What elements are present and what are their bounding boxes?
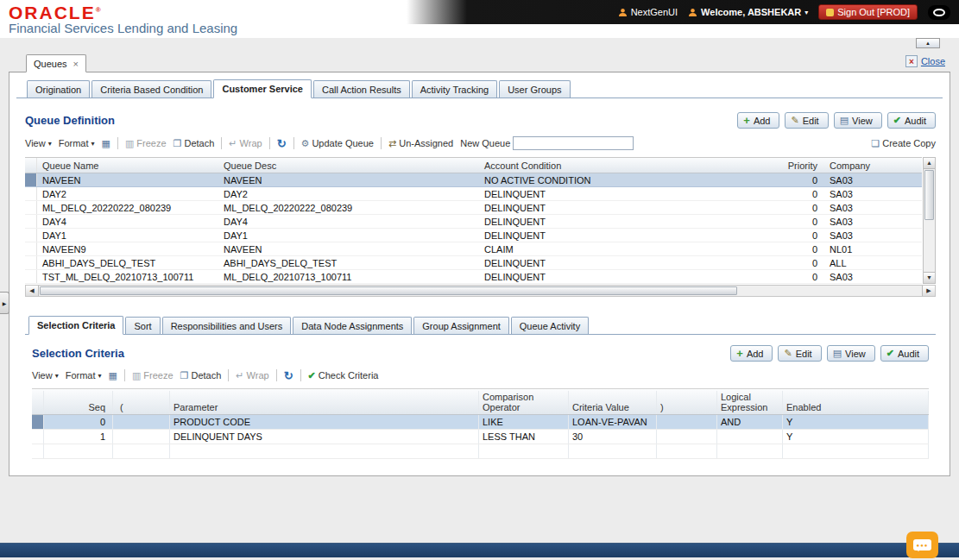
criteria-detach-button[interactable]: ❐Detach [180,370,222,381]
criteria-freeze-button[interactable]: ▥Freeze [132,370,174,381]
table-row[interactable]: ML_DELQ_20220222_080239 ML_DELQ_20220222… [25,201,922,215]
scroll-right-icon[interactable]: ▶ [922,286,935,296]
criteria-format-menu[interactable]: Format▾ [66,370,102,381]
criteria-add-button[interactable]: +Add [730,345,773,362]
tab-user-groups[interactable]: User Groups [499,80,570,98]
cell-company: SA03 [823,272,922,282]
sign-out-button[interactable]: Sign Out [PROD] [818,4,918,20]
column-header-enabled[interactable]: Enabled [783,391,929,414]
table-row[interactable]: 0 PRODUCT CODE LIKE LOAN-VE-PAVAN AND Y [32,415,929,430]
tab-criteria-based-condition[interactable]: Criteria Based Condition [91,80,211,98]
table-row[interactable]: NAVEEN NAVEEN NO ACTIVE CONDITION 0 SA03 [25,173,922,187]
scroll-up-icon[interactable]: ▲ [924,158,935,169]
close-link[interactable]: Close [921,56,945,66]
table-row[interactable]: NAVEEN9 NAVEEN CLAIM 0 NL01 [25,242,922,256]
queue-definition-title: Queue Definition [25,114,115,127]
subtab-data-node-assignments[interactable]: Data Node Assignments [293,317,412,334]
doc-tab-queues[interactable]: Queues × [26,54,86,72]
new-queue-input[interactable] [513,136,634,150]
detach-button[interactable]: ❐Detach [174,138,215,148]
vertical-scrollbar[interactable]: ▲ ▼ [923,157,936,284]
query-by-example-icon[interactable]: ▦ [102,139,110,148]
queue-definition-actions: +Add ✎Edit ▤View ✔Audit [737,112,936,129]
criteria-edit-button[interactable]: ✎Edit [778,345,821,362]
add-button[interactable]: +Add [737,112,779,129]
view-button[interactable]: ▤View [834,112,882,129]
nextgenui-link[interactable]: NextGenUI [618,7,678,17]
refresh-icon[interactable]: ↻ [284,370,293,381]
criteria-view-button[interactable]: ▤View [827,345,875,362]
view-icon: ▤ [833,349,842,358]
column-header-comparison-operator[interactable]: Comparison Operator [479,391,569,414]
doc-tab-close-icon[interactable]: × [73,60,79,68]
criteria-view-menu[interactable]: View▾ [32,370,59,381]
table-row[interactable]: 1 DELINQUENT DAYS LESS THAN 30 Y [32,430,929,444]
subtab-sort[interactable]: Sort [125,317,160,334]
tab-origination[interactable]: Origination [27,80,90,98]
wrap-button[interactable]: ↵Wrap [229,138,262,148]
horizontal-scrollbar[interactable]: ◀ ▶ [25,285,936,297]
row-selector[interactable] [25,270,37,283]
unassigned-button[interactable]: ⇄Un-Assigned [388,138,453,148]
subtab-group-assignment[interactable]: Group Assignment [413,317,509,334]
refresh-icon[interactable]: ↻ [277,138,287,149]
row-selector[interactable] [32,430,44,444]
check-criteria-button[interactable]: ✔Check Criteria [308,370,379,381]
criteria-wrap-button[interactable]: ↵Wrap [236,370,268,381]
row-selector[interactable] [25,201,37,214]
row-selector[interactable] [25,229,37,242]
table-row[interactable]: DAY4 DAY4 DELINQUENT 0 SA03 [25,215,922,229]
column-header-account-condition[interactable]: Account Condition [483,160,748,171]
column-header-queue-desc[interactable]: Queue Desc [222,160,483,171]
table-row[interactable]: DAY2 DAY2 DELINQUENT 0 SA03 [25,187,922,201]
format-menu[interactable]: Format▾ [59,138,95,148]
horizontal-scroll-thumb[interactable] [40,286,737,295]
column-header-parameter[interactable]: Parameter [170,391,479,414]
cell-enabled: Y [783,430,929,444]
table-row[interactable]: DAY1 DAY1 DELINQUENT 0 SA03 [25,229,922,242]
column-header-company[interactable]: Company [823,160,922,171]
collapse-panel-button[interactable]: ▲ [916,38,940,48]
vertical-scroll-thumb[interactable] [924,170,934,220]
scroll-left-icon[interactable]: ◀ [26,286,39,296]
edit-button[interactable]: ✎Edit [785,112,828,129]
session-toggle-icon[interactable] [928,5,950,20]
vertical-scroll-track[interactable] [924,169,935,272]
horizontal-scroll-track[interactable] [39,286,922,296]
column-header-open-paren[interactable]: ( [113,391,170,414]
column-header-queue-name[interactable]: Queue Name [37,160,222,171]
row-selector[interactable] [25,215,37,228]
column-header-seq[interactable]: Seq [44,391,113,414]
tab-customer-service[interactable]: Customer Service [213,79,312,98]
chat-button[interactable]: ●●● [906,532,938,558]
row-selector[interactable] [25,173,37,186]
format-menu-label: Format [66,370,96,381]
row-selector[interactable] [25,256,37,269]
row-selector[interactable] [25,187,37,200]
table-row[interactable]: TST_ML_DELQ_20210713_100711 ML_DELQ_2021… [25,270,922,284]
update-queue-button[interactable]: ⚙Update Queue [301,138,374,148]
tab-call-action-results[interactable]: Call Action Results [313,80,410,98]
audit-button[interactable]: ✔Audit [887,112,936,129]
splitter-handle[interactable]: ▶ [0,292,9,314]
table-row[interactable]: ABHI_DAYS_DELQ_TEST ABHI_DAYS_DELQ_TEST … [25,256,922,270]
row-selector[interactable] [25,242,37,255]
welcome-user-menu[interactable]: Welcome, ABSHEKAR ▾ [688,7,808,17]
tab-activity-tracking[interactable]: Activity Tracking [412,80,497,98]
column-header-priority[interactable]: Priority [748,160,823,171]
create-copy-button[interactable]: ❏Create Copy [871,138,936,148]
row-selector[interactable] [32,415,44,429]
query-by-example-icon[interactable]: ▦ [109,371,117,381]
column-header-criteria-value[interactable]: Criteria Value [569,391,657,414]
close-window-icon[interactable]: × [905,55,918,67]
criteria-audit-button[interactable]: ✔Audit [880,345,929,362]
subtab-selection-criteria[interactable]: Selection Criteria [28,316,123,335]
splitter-arrow-icon: ▶ [3,300,7,306]
column-header-close-paren[interactable]: ) [657,391,717,414]
subtab-responsibilities-and-users[interactable]: Responsibilities and Users [162,317,292,334]
subtab-queue-activity[interactable]: Queue Activity [511,317,589,334]
scroll-down-icon[interactable]: ▼ [924,272,935,283]
view-menu[interactable]: View▾ [25,138,52,148]
column-header-logical-expression[interactable]: Logical Expression [717,391,783,414]
freeze-button[interactable]: ▥Freeze [125,138,167,148]
